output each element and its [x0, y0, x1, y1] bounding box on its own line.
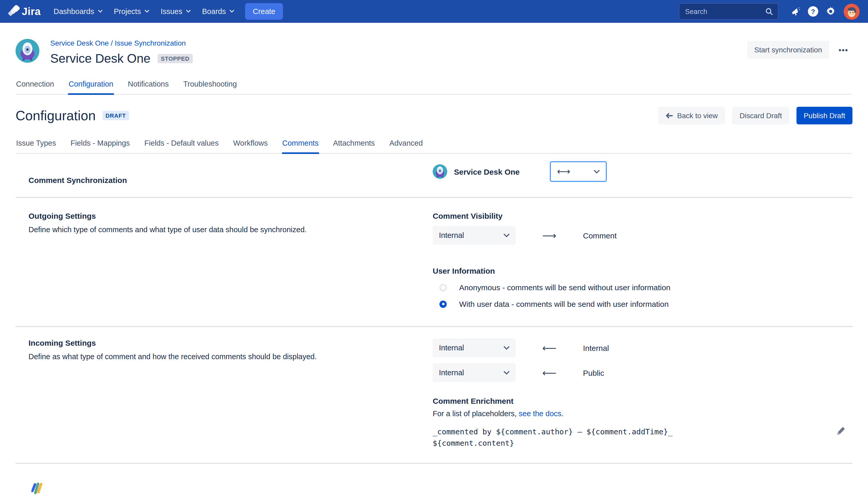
arrow-right-glyph: ⟶ — [516, 230, 583, 241]
subtab-comments[interactable]: Comments — [282, 135, 319, 153]
chevron-down-icon — [594, 170, 600, 173]
subtab-fields-mappings[interactable]: Fields - Mappings — [70, 135, 130, 153]
chevron-down-icon — [145, 10, 149, 13]
subtab-workflows[interactable]: Workflows — [233, 135, 268, 153]
radio-option-anonymous[interactable]: Anonymous - comments will be send withou… — [433, 283, 852, 292]
subtab-attachments[interactable]: Attachments — [332, 135, 375, 153]
discard-draft-button[interactable]: Discard Draft — [732, 107, 789, 124]
search-input[interactable] — [684, 7, 766, 16]
arrow-left-icon — [665, 112, 673, 119]
subtab-issue-types[interactable]: Issue Types — [16, 135, 57, 153]
tab-troubleshooting[interactable]: Troubleshooting — [183, 76, 237, 94]
chevron-down-icon — [230, 10, 234, 13]
enrichment-template: _commented by ${comment.author} – ${comm… — [433, 426, 852, 449]
app-window: Jira Dashboards Projects Issues Boards C… — [0, 0, 868, 496]
tab-configuration[interactable]: Configuration — [68, 76, 114, 94]
start-synchronization-button[interactable]: Start synchronization — [747, 41, 829, 59]
chevron-down-icon — [504, 233, 509, 237]
incoming-settings-section: Incoming Settings Define as what type of… — [16, 327, 852, 463]
see-the-docs-link[interactable]: see the docs — [519, 409, 561, 418]
connector-avatar — [433, 164, 447, 179]
arrow-left-glyph: ⟵ — [516, 342, 583, 354]
app-vendor-logo — [30, 481, 44, 495]
status-badge: STOPPED — [158, 54, 192, 63]
incoming-heading: Incoming Settings — [29, 338, 433, 347]
config-sub-tabs: Issue Types Fields - Mappings Fields - D… — [16, 135, 852, 154]
comment-enrichment-block: Comment Enrichment For a list of placeho… — [433, 397, 852, 449]
chevron-down-icon — [504, 346, 509, 350]
outgoing-settings-section: Outgoing Settings Define which type of c… — [16, 198, 852, 326]
chevron-down-icon — [186, 10, 191, 13]
placeholders-hint: For a list of placeholders, see the docs… — [433, 409, 852, 418]
radio-unchecked[interactable] — [439, 284, 447, 291]
incoming-description: Define as what type of comment and how t… — [29, 352, 433, 362]
search-box[interactable] — [679, 3, 778, 20]
user-information-heading: User Information — [433, 266, 852, 275]
connector-name: Service Desk One — [454, 167, 520, 176]
project-avatar — [16, 39, 40, 63]
incoming-internal-select[interactable]: Internal — [433, 338, 516, 357]
source-internal-label: Internal — [583, 343, 609, 352]
brand-text: Jira — [22, 5, 41, 17]
top-navbar: Jira Dashboards Projects Issues Boards C… — [0, 0, 868, 23]
subtab-fields-default-values[interactable]: Fields - Default values — [144, 135, 219, 153]
radio-checked[interactable] — [439, 300, 447, 308]
jira-logo[interactable]: Jira — [7, 5, 41, 18]
arrow-left-glyph: ⟵ — [516, 367, 583, 378]
target-comment-label: Comment — [583, 231, 617, 240]
create-button[interactable]: Create — [245, 3, 283, 20]
page-content: Service Desk One / Issue Synchronization… — [0, 38, 868, 496]
tab-notifications[interactable]: Notifications — [127, 76, 169, 94]
nav-item-issues[interactable]: Issues — [155, 0, 196, 23]
source-public-label: Public — [583, 368, 604, 377]
comment-sync-heading: Comment Synchronization — [29, 176, 433, 185]
nav-item-dashboards[interactable]: Dashboards — [48, 0, 108, 23]
publish-draft-button[interactable]: Publish Draft — [796, 107, 852, 124]
outgoing-description: Define which type of comments and what t… — [29, 224, 433, 235]
search-icon — [766, 7, 773, 15]
pencil-icon — [836, 427, 845, 435]
comment-visibility-heading: Comment Visibility — [433, 212, 852, 220]
section-divider — [16, 463, 852, 464]
comment-sync-section: Comment Synchronization Servi — [16, 154, 852, 197]
radio-option-with-user-data[interactable]: With user data - comments will be send w… — [433, 299, 852, 308]
jira-mark-icon — [7, 5, 20, 18]
page-title: Service Desk One — [50, 51, 151, 66]
nav-item-projects[interactable]: Projects — [108, 0, 155, 23]
user-avatar[interactable] — [843, 3, 860, 19]
edit-template-button[interactable] — [834, 424, 847, 439]
config-header: Configuration DRAFT Back to view Discard… — [16, 107, 852, 124]
draft-badge: DRAFT — [102, 111, 129, 120]
comment-visibility-select[interactable]: Internal — [433, 226, 516, 245]
sync-direction-select[interactable]: ⟷ — [550, 161, 607, 182]
chevron-down-icon — [504, 371, 509, 374]
tab-connection[interactable]: Connection — [16, 76, 55, 94]
settings-gear-icon[interactable] — [822, 3, 839, 20]
outgoing-heading: Outgoing Settings — [29, 212, 433, 220]
subtab-advanced[interactable]: Advanced — [389, 135, 423, 153]
announcements-icon[interactable] — [787, 3, 804, 20]
help-icon[interactable]: ? — [804, 3, 822, 20]
back-to-view-button[interactable]: Back to view — [658, 107, 725, 124]
page-footer — [16, 481, 852, 496]
nav-item-boards[interactable]: Boards — [196, 0, 240, 23]
comment-enrichment-heading: Comment Enrichment — [433, 397, 852, 405]
config-title: Configuration — [16, 108, 96, 124]
chevron-down-icon — [98, 10, 102, 13]
main-tabs: Connection Configuration Notifications T… — [16, 76, 852, 95]
breadcrumb[interactable]: Service Desk One / Issue Synchronization — [50, 39, 192, 47]
page-header: Service Desk One / Issue Synchronization… — [16, 38, 852, 66]
more-options-button[interactable]: ••• — [834, 41, 852, 59]
incoming-public-select[interactable]: Internal — [433, 363, 516, 382]
